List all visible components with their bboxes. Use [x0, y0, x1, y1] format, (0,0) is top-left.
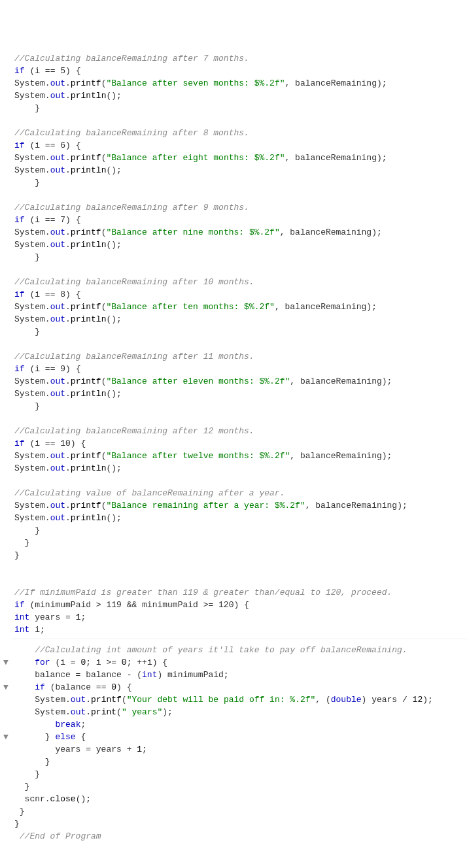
- comment-line[interactable]: //Calculating balanceRemaining after 11 …: [12, 350, 467, 363]
- close-brace[interactable]: }: [12, 524, 467, 537]
- gutter-blank: [0, 313, 12, 326]
- gutter-blank: [0, 487, 12, 499]
- if-line[interactable]: if (i == 5) {: [12, 65, 467, 77]
- blank-line[interactable]: [12, 574, 467, 586]
- blank-line[interactable]: [12, 475, 467, 487]
- comment-line[interactable]: //Calculating balanceRemaining after 9 m…: [12, 201, 467, 214]
- println-line[interactable]: System.out.println();: [12, 239, 467, 251]
- gutter-blank: [0, 239, 12, 251]
- printf-line[interactable]: System.out.printf("Balance after nine mo…: [12, 226, 467, 239]
- gutter-blank: [0, 350, 12, 363]
- gutter-blank: [0, 176, 12, 189]
- scnr-close-line[interactable]: scnr.close();: [12, 793, 467, 805]
- comment-line[interactable]: //End of Program: [12, 830, 467, 843]
- println-line[interactable]: System.out.println();: [12, 512, 467, 524]
- if-line[interactable]: if (i == 9) {: [12, 363, 467, 375]
- close-brace[interactable]: }: [12, 805, 467, 818]
- blank-line[interactable]: [12, 561, 467, 574]
- comment-line[interactable]: //Calculating balanceRemaining after 8 m…: [12, 127, 467, 139]
- close-brace[interactable]: }: [12, 756, 467, 768]
- code-editor[interactable]: ▼▼▼ //Calculating balanceRemaining after…: [0, 52, 467, 843]
- close-brace[interactable]: }: [12, 768, 467, 780]
- gutter-blank: [0, 669, 12, 681]
- code-text[interactable]: //Calculating balanceRemaining after 7 m…: [12, 52, 467, 843]
- printf-line[interactable]: System.out.printf("Balance after eight m…: [12, 152, 467, 164]
- blank-line[interactable]: [12, 263, 467, 276]
- print-line[interactable]: System.out.print(" years");: [12, 706, 467, 718]
- blank-line[interactable]: [12, 412, 467, 425]
- println-line[interactable]: System.out.println();: [12, 462, 467, 475]
- gutter-blank: [0, 756, 12, 768]
- println-line[interactable]: System.out.println();: [12, 313, 467, 326]
- gutter-blank: [0, 288, 12, 301]
- println-line[interactable]: System.out.println();: [12, 388, 467, 400]
- close-brace[interactable]: }: [12, 818, 467, 830]
- close-brace[interactable]: }: [12, 176, 467, 189]
- println-line[interactable]: System.out.println();: [12, 164, 467, 176]
- gutter-blank: [0, 599, 12, 611]
- gutter-blank: [0, 462, 12, 475]
- printf-line[interactable]: System.out.printf("Balance remaining aft…: [12, 499, 467, 512]
- close-brace[interactable]: }: [12, 326, 467, 338]
- gutter-blank: [0, 400, 12, 412]
- comment-line[interactable]: //Calculating balanceRemaining after 10 …: [12, 276, 467, 288]
- gutter-blank: [0, 805, 12, 818]
- printf-line[interactable]: System.out.printf("Balance after seven m…: [12, 77, 467, 90]
- gutter-blank: [0, 363, 12, 375]
- gutter-blank: [0, 65, 12, 77]
- comment-line[interactable]: //Calculating int amount of years it'll …: [12, 644, 467, 656]
- gutter-blank: [0, 375, 12, 388]
- gutter-blank: [0, 139, 12, 152]
- comment-line[interactable]: //Calculating balanceRemaining after 12 …: [12, 425, 467, 437]
- gutter-blank: [0, 780, 12, 793]
- blank-line[interactable]: [12, 114, 467, 127]
- gutter-blank: [0, 77, 12, 90]
- if-line[interactable]: if (i == 8) {: [12, 288, 467, 301]
- blank-line[interactable]: [12, 338, 467, 350]
- if-line[interactable]: if (minimumPaid > 119 && minimumPaid >= …: [12, 599, 467, 611]
- printf-line[interactable]: System.out.printf("Balance after twelve …: [12, 450, 467, 462]
- println-line[interactable]: System.out.println();: [12, 90, 467, 102]
- for-line[interactable]: for (i = 0; i >= 0; ++i) {: [12, 656, 467, 669]
- gutter-blank: [0, 263, 12, 276]
- if-line[interactable]: if (i == 7) {: [12, 214, 467, 226]
- gutter-blank: [0, 475, 12, 487]
- decl-line[interactable]: int i;: [12, 624, 467, 636]
- fold-marker-icon[interactable]: ▼: [0, 731, 12, 743]
- gutter-blank: [0, 189, 12, 201]
- close-brace[interactable]: }: [12, 400, 467, 412]
- decl-line[interactable]: int years = 1;: [12, 611, 467, 624]
- gutter-blank: [0, 226, 12, 239]
- else-line[interactable]: } else {: [12, 731, 467, 743]
- close-brace[interactable]: }: [12, 780, 467, 793]
- fold-marker-icon[interactable]: ▼: [0, 656, 12, 669]
- printf-line[interactable]: System.out.printf("Balance after eleven …: [12, 375, 467, 388]
- break-line[interactable]: break;: [12, 718, 467, 731]
- gutter-blank: [0, 624, 12, 636]
- close-brace[interactable]: }: [12, 549, 467, 561]
- if-line[interactable]: if (i == 6) {: [12, 139, 467, 152]
- comment-line[interactable]: //If minimumPaid is greater than 119 & g…: [12, 586, 467, 599]
- gutter-blank: [0, 706, 12, 718]
- gutter-blank: [0, 611, 12, 624]
- printf-line[interactable]: System.out.printf("Your debt will be pai…: [12, 693, 467, 706]
- gutter-blank: [0, 388, 12, 400]
- gutter-blank: [0, 830, 12, 843]
- close-brace[interactable]: }: [12, 251, 467, 263]
- assign-line[interactable]: balance = balance - (int) minimumPaid;: [12, 669, 467, 681]
- close-brace[interactable]: }: [12, 102, 467, 114]
- gutter-blank: [0, 127, 12, 139]
- comment-line[interactable]: //Calculating balanceRemaining after 7 m…: [12, 52, 467, 65]
- gutter-blank: [0, 164, 12, 176]
- printf-line[interactable]: System.out.printf("Balance after ten mon…: [12, 301, 467, 313]
- if-line[interactable]: if (i == 10) {: [12, 437, 467, 450]
- assign-line[interactable]: years = years + 1;: [12, 743, 467, 756]
- gutter-blank: [0, 549, 12, 561]
- close-brace[interactable]: }: [12, 537, 467, 549]
- gutter-blank: [0, 524, 12, 537]
- gutter-blank: [0, 718, 12, 731]
- blank-line[interactable]: [12, 189, 467, 201]
- if-line[interactable]: if (balance == 0) {: [12, 681, 467, 693]
- comment-line[interactable]: //Calculating value of balanceRemaining …: [12, 487, 467, 499]
- fold-marker-icon[interactable]: ▼: [0, 681, 12, 693]
